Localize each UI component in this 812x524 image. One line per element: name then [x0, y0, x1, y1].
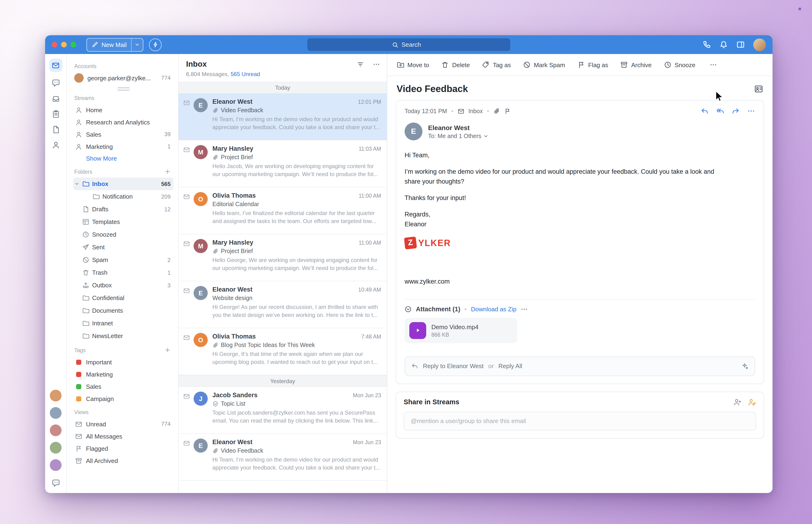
more-actions-icon[interactable] [709, 61, 717, 68]
account-row[interactable]: george.parker@zylke... 774 [73, 72, 173, 84]
unread-envelope-icon[interactable] [183, 194, 190, 200]
toolbar-button[interactable]: Snooze [664, 61, 695, 68]
stream-item[interactable]: Marketing 1 [73, 141, 173, 152]
chevron-down-icon[interactable] [74, 181, 79, 186]
toolbar-button[interactable]: Move to [397, 61, 429, 68]
person-icon[interactable] [51, 141, 60, 149]
stream-item[interactable]: Research and Analytics [73, 116, 173, 128]
toolbar-button[interactable]: Mark Spam [523, 61, 565, 68]
offline-mode-button[interactable] [149, 38, 162, 51]
folder-item[interactable]: Notification 209 [73, 190, 173, 203]
unread-envelope-icon[interactable] [183, 334, 190, 341]
attachment-card[interactable]: Demo Video.mp4 866 KB [404, 318, 518, 343]
panel-icon[interactable] [736, 40, 745, 49]
close-window-button[interactable] [52, 42, 57, 47]
folder-item[interactable]: Sent [73, 241, 173, 253]
user-avatar[interactable] [50, 442, 62, 454]
quick-reply-bar[interactable]: Reply to Eleanor West or Reply All [404, 356, 755, 376]
folder-item[interactable]: Documents [73, 304, 173, 317]
user-avatar[interactable] [50, 424, 62, 436]
chat-icon[interactable] [51, 79, 60, 87]
user-avatar[interactable] [753, 38, 766, 51]
person-edit-icon[interactable] [748, 398, 756, 406]
unread-envelope-icon[interactable] [183, 440, 190, 446]
reply-icon[interactable] [701, 107, 708, 115]
user-avatar[interactable] [50, 390, 62, 402]
more-icon[interactable] [747, 107, 755, 115]
forward-icon[interactable] [732, 107, 739, 115]
filter-icon[interactable] [357, 60, 364, 68]
folder-item[interactable]: Outbox 3 [73, 279, 173, 292]
folder-item[interactable]: Drafts 12 [73, 203, 173, 215]
email-list-item[interactable]: M Mary Hansley 11:00 AM Project Brief [178, 234, 387, 281]
unread-envelope-icon[interactable] [183, 288, 190, 294]
tag-item[interactable]: Sales [73, 380, 173, 393]
clipboard-icon[interactable] [51, 110, 60, 118]
mention-input[interactable] [410, 417, 750, 425]
search-input[interactable] [401, 41, 426, 48]
toolbar-button[interactable]: Delete [442, 61, 470, 68]
tag-item[interactable]: Marketing [73, 368, 173, 380]
stream-item[interactable]: Sales 39 [73, 128, 173, 141]
unread-count-link[interactable]: 565 Unread [230, 71, 260, 78]
reply-all-link[interactable]: Reply All [498, 363, 522, 370]
unread-envelope-icon[interactable] [183, 100, 190, 106]
view-item[interactable]: Unread 774 [73, 418, 173, 430]
website-link[interactable]: www.zylker.com [404, 277, 715, 287]
view-item[interactable]: All Archived [73, 455, 173, 467]
stream-item[interactable]: Home [73, 104, 173, 116]
search-bar[interactable] [307, 38, 510, 51]
toolbar-button[interactable]: Archive [621, 61, 652, 68]
user-avatar[interactable] [50, 459, 62, 471]
unread-envelope-icon[interactable] [183, 393, 190, 399]
new-mail-dropdown-button[interactable] [131, 38, 143, 51]
folder-item[interactable]: Trash 1 [73, 266, 173, 279]
email-list-item[interactable]: E Eleanor West 10:49 AM Website design [178, 281, 387, 328]
folder-item[interactable]: NewsLetter [73, 330, 173, 342]
document-icon[interactable] [51, 125, 60, 134]
new-mail-button[interactable]: New Mail [87, 41, 131, 48]
tag-item[interactable]: Important [73, 356, 173, 368]
tray-icon[interactable] [51, 94, 60, 103]
bell-icon[interactable] [719, 40, 728, 49]
video-thumbnail[interactable] [409, 322, 426, 339]
add-person-icon[interactable] [734, 398, 742, 406]
unread-envelope-icon[interactable] [183, 147, 190, 153]
folder-item[interactable]: Confidential [73, 292, 173, 304]
feedback-chat-icon[interactable] [51, 479, 60, 487]
toolbar-button[interactable]: Flag as [577, 61, 608, 68]
collapse-attachments-icon[interactable] [404, 306, 412, 313]
email-list-item[interactable]: E Eleanor West 12:01 PM Video Feedback [178, 94, 387, 141]
download-zip-link[interactable]: Download as Zip [471, 306, 517, 313]
unread-envelope-icon[interactable] [183, 241, 190, 247]
folder-item[interactable]: Spam 2 [73, 253, 173, 266]
add-tag-button[interactable] [164, 347, 171, 353]
flag-icon[interactable] [504, 108, 511, 114]
more-icon[interactable] [521, 306, 528, 313]
folder-item[interactable]: Templates [73, 215, 173, 228]
view-item[interactable]: All Messages [73, 430, 173, 442]
tag-item[interactable]: Campaign [73, 393, 173, 405]
folder-item[interactable]: Snoozed [73, 228, 173, 241]
user-avatar[interactable] [50, 407, 62, 419]
email-list-item[interactable]: O Olivia Thomas 7:48 AM Blog Post Topic … [178, 328, 387, 375]
add-folder-button[interactable] [164, 168, 171, 175]
folder-item[interactable]: Intranet [73, 317, 173, 330]
maximize-window-button[interactable] [70, 42, 76, 47]
mail-module-button[interactable] [49, 59, 62, 72]
email-list-item[interactable]: J Jacob Sanders Mon Jun 23 Topic List [178, 387, 387, 434]
view-item[interactable]: Flagged [73, 442, 173, 455]
minimize-window-button[interactable] [61, 42, 67, 47]
toolbar-button[interactable]: Tag as [482, 61, 511, 68]
ai-assist-icon[interactable] [742, 363, 749, 370]
more-icon[interactable] [373, 60, 380, 68]
show-more-link[interactable]: Show More [73, 152, 173, 164]
email-list-item[interactable]: O Olivia Thomas 11:00 AM Editorial Calen… [178, 187, 387, 234]
folder-item[interactable]: Inbox 565 [73, 178, 173, 190]
reply-to-link[interactable]: Reply to Eleanor West [423, 363, 483, 370]
phone-icon[interactable] [702, 40, 711, 49]
recipients-toggle[interactable]: To: Me and 1 Others [428, 133, 489, 139]
sidebar-resize-handle[interactable] [117, 87, 129, 91]
email-list-item[interactable]: E Eleanor West Mon Jun 23 Video Feedback [178, 434, 387, 481]
email-list-item[interactable]: M Mary Hansley 11:03 AM Project Brief [178, 141, 387, 187]
